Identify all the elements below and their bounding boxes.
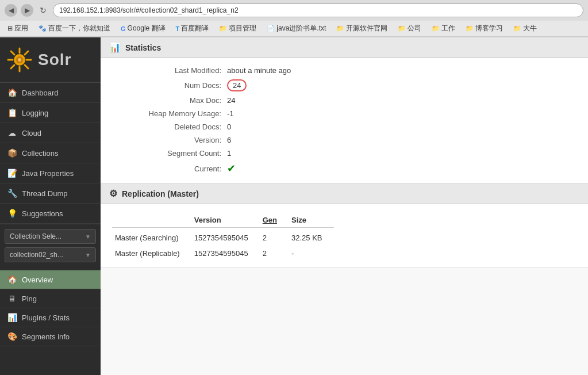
collection-selector[interactable]: Collection Sele... ▼ xyxy=(5,229,96,244)
nav-menu: 🏠 Dashboard 📋 Logging ☁ Cloud 📦 Collecti… xyxy=(0,83,101,375)
collection-select-area: Collection Sele... ▼ collection02_sh... … xyxy=(0,224,101,270)
stat-row-segment-count: Segment Count: 1 xyxy=(112,147,577,160)
bookmark-project-mgmt[interactable]: 📁 项目管理 xyxy=(216,22,259,35)
statistics-title: Statistics xyxy=(125,43,161,52)
stat-label-last-modified: Last Modified: xyxy=(112,66,227,75)
sub-nav-item-ping-label: Ping xyxy=(22,294,37,303)
bookmark-java-book-label: java进阶书单.txt xyxy=(276,24,326,33)
dashboard-icon: 🏠 xyxy=(7,87,17,98)
bookmark-baidu-translate[interactable]: T 百度翻译 xyxy=(173,22,212,35)
solr-logo-text: Solr xyxy=(38,51,71,69)
bookmark-company-label: 公司 xyxy=(408,24,421,33)
stat-row-deleted-docs: Deleted Docs: 0 xyxy=(112,120,577,133)
stat-row-current: Current: ✔ xyxy=(112,160,577,177)
sidebar-item-cloud[interactable]: ☁ Cloud xyxy=(0,123,101,143)
rep-col-name xyxy=(112,213,191,228)
sidebar-item-suggestions[interactable]: 💡 Suggestions xyxy=(0,204,101,224)
replication-icon: ⚙ xyxy=(109,188,117,199)
sub-nav-item-overview[interactable]: 🏠 Overview xyxy=(0,270,101,289)
sub-nav-item-ping[interactable]: 🖥 Ping xyxy=(0,289,101,308)
stat-label-current: Current: xyxy=(112,164,227,173)
bookmark-opensource[interactable]: 📁 开源软件官网 xyxy=(333,22,390,35)
stat-label-max-doc: Max Doc: xyxy=(112,96,227,105)
java-properties-icon: 📝 xyxy=(7,168,17,178)
bookmark-java-book[interactable]: 📄 java进阶书单.txt xyxy=(264,22,329,35)
bookmark-daniu[interactable]: 📁 大牛 xyxy=(510,22,540,35)
suggestions-icon: 💡 xyxy=(7,208,17,219)
stat-row-last-modified: Last Modified: about a minute ago xyxy=(112,64,577,77)
folder-icon-6: 📁 xyxy=(513,25,521,32)
apps-icon: ⊞ xyxy=(7,25,13,32)
stat-label-num-docs: Num Docs: xyxy=(112,81,227,90)
statistics-section: 📊 Statistics Last Modified: about a minu… xyxy=(101,37,588,183)
browser-toolbar: ◀ ▶ ↻ xyxy=(0,0,588,21)
shard-selector-arrow: ▼ xyxy=(85,252,91,258)
solr-logo: Solr xyxy=(0,37,101,83)
plugins-stats-icon: 📊 xyxy=(7,312,17,323)
sidebar-item-logging[interactable]: 📋 Logging xyxy=(0,103,101,123)
statistics-header: 📊 Statistics xyxy=(101,37,588,58)
svg-line-5 xyxy=(11,51,14,55)
replication-row-searching: Master (Searching) 1527354595045 2 32.25… xyxy=(112,228,334,246)
sidebar-item-dashboard[interactable]: 🏠 Dashboard xyxy=(0,83,101,103)
stat-value-max-doc: 24 xyxy=(227,96,235,105)
sidebar: Solr 🏠 Dashboard 📋 Logging ☁ Cloud 📦 Col… xyxy=(0,37,101,375)
svg-point-10 xyxy=(18,58,21,62)
bookmark-company[interactable]: 📁 公司 xyxy=(395,22,424,35)
shard-selector-label: collection02_sh... xyxy=(10,251,63,259)
shard-selector[interactable]: collection02_sh... ▼ xyxy=(5,247,96,262)
rep-col-size: Size xyxy=(289,213,334,228)
sub-nav-item-segments-info-label: Segments info xyxy=(22,332,70,341)
sidebar-item-java-properties[interactable]: 📝 Java Properties xyxy=(0,163,101,183)
rep-cell-searching-version: 1527354595045 xyxy=(191,228,260,246)
bookmark-work[interactable]: 📁 工作 xyxy=(429,22,458,35)
svg-line-7 xyxy=(25,51,28,55)
logging-icon: 📋 xyxy=(7,108,17,118)
browser-chrome: ◀ ▶ ↻ ⊞ 应用 🐾 百度一下，你就知道 G Google 翻译 T 百度翻… xyxy=(0,0,588,37)
svg-line-6 xyxy=(25,65,28,68)
stat-value-deleted-docs: 0 xyxy=(227,123,231,131)
stat-value-last-modified: about a minute ago xyxy=(227,66,291,75)
sidebar-item-thread-dump[interactable]: 🔧 Thread Dump xyxy=(0,183,101,204)
rep-cell-replicable-gen: 2 xyxy=(260,246,289,261)
bookmark-opensource-label: 开源软件官网 xyxy=(346,24,387,33)
sidebar-item-dashboard-label: Dashboard xyxy=(22,89,59,97)
bookmark-project-mgmt-label: 项目管理 xyxy=(229,24,256,33)
stat-label-version: Version: xyxy=(112,136,227,144)
stat-value-current: ✔ xyxy=(227,162,236,175)
forward-button[interactable]: ▶ xyxy=(21,4,33,17)
bookmark-apps[interactable]: ⊞ 应用 xyxy=(5,22,31,35)
sub-nav-item-plugins-stats[interactable]: 📊 Plugins / Stats xyxy=(0,308,101,327)
bookmark-google-translate-label: Google 翻译 xyxy=(128,24,166,33)
collection-selector-label: Collection Sele... xyxy=(10,232,62,240)
stat-label-heap-memory: Heap Memory Usage: xyxy=(112,109,227,118)
svg-line-8 xyxy=(11,65,14,68)
segments-info-icon: 🎨 xyxy=(7,331,17,342)
main-content: 📊 Statistics Last Modified: about a minu… xyxy=(101,37,588,375)
collection-selector-arrow: ▼ xyxy=(85,234,91,240)
bookmark-google-translate[interactable]: G Google 翻译 xyxy=(118,22,168,35)
bookmark-baidu-translate-label: 百度翻译 xyxy=(181,24,209,33)
back-button[interactable]: ◀ xyxy=(5,4,17,17)
google-icon: G xyxy=(121,25,126,32)
stat-value-segment-count: 1 xyxy=(227,149,231,158)
bookmarks-bar: ⊞ 应用 🐾 百度一下，你就知道 G Google 翻译 T 百度翻译 📁 项目… xyxy=(0,21,588,37)
sidebar-item-collections[interactable]: 📦 Collections xyxy=(0,143,101,163)
bookmark-baidu[interactable]: 🐾 百度一下，你就知道 xyxy=(36,22,113,35)
bookmark-apps-label: 应用 xyxy=(14,24,28,33)
rep-cell-replicable-version: 1527354595045 xyxy=(191,246,260,261)
folder-icon-5: 📁 xyxy=(466,25,474,32)
statistics-table: Last Modified: about a minute ago Num Do… xyxy=(101,58,588,183)
sub-nav-item-segments-info[interactable]: 🎨 Segments info xyxy=(0,327,101,346)
sidebar-item-java-properties-label: Java Properties xyxy=(22,169,74,178)
solr-logo-icon xyxy=(6,46,33,74)
refresh-button[interactable]: ↻ xyxy=(37,4,49,17)
stat-label-deleted-docs: Deleted Docs: xyxy=(112,123,227,131)
cloud-icon: ☁ xyxy=(7,128,17,138)
bookmark-blog[interactable]: 📁 博客学习 xyxy=(463,22,506,35)
address-bar[interactable] xyxy=(53,3,583,17)
stat-label-segment-count: Segment Count: xyxy=(112,149,227,158)
collections-icon: 📦 xyxy=(7,148,17,158)
rep-cell-replicable-name: Master (Replicable) xyxy=(112,246,191,261)
sub-nav-item-overview-label: Overview xyxy=(22,275,53,284)
